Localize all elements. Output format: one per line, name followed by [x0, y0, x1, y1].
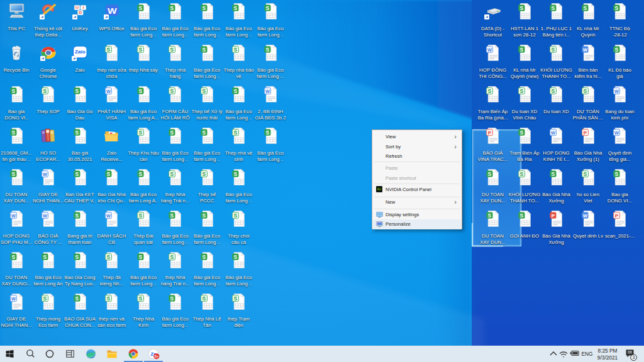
svg-text:3: 3: [633, 355, 635, 359]
svg-text:9/3/2021: 9/3/2021: [597, 354, 618, 361]
svg-text:ENG: ENG: [582, 351, 593, 357]
svg-text:5+: 5+: [155, 354, 158, 358]
svg-text:8:25 PM: 8:25 PM: [598, 348, 618, 354]
